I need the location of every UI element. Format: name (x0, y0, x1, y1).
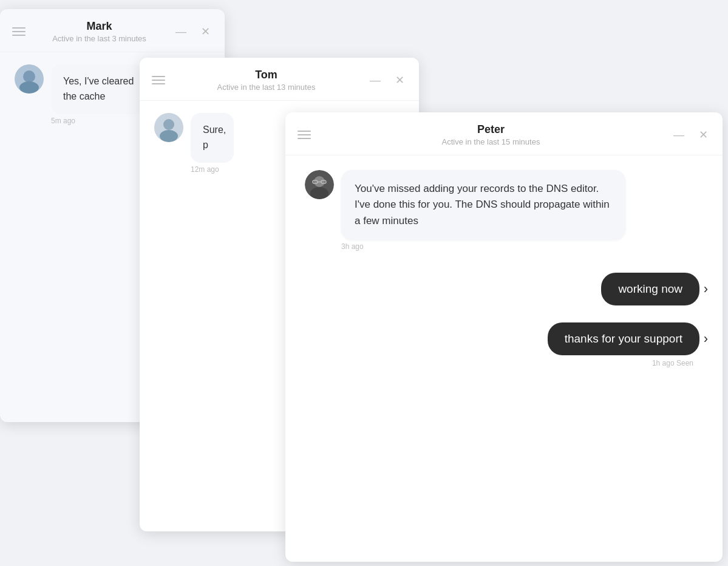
svg-point-8 (310, 187, 328, 199)
peter-close-button[interactable]: ✕ (696, 128, 710, 142)
peter-msg3-timestamp: 1h ago Seen (302, 359, 706, 367)
tom-avatar (154, 113, 183, 142)
tom-minimize-button[interactable]: — (367, 73, 383, 87)
tom-close-button[interactable]: ✕ (393, 73, 407, 87)
mark-menu-icon[interactable] (12, 27, 26, 36)
peter-menu-icon[interactable] (298, 131, 311, 139)
mark-avatar (15, 64, 44, 94)
svg-point-4 (163, 119, 174, 130)
peter-title: Peter (311, 123, 671, 136)
tom-msg1-timestamp: 12m ago (191, 165, 247, 174)
peter-msg2-text: working now (618, 282, 682, 295)
peter-avatar (305, 170, 334, 199)
peter-received-row: You've missed adding your records to the… (302, 170, 706, 251)
tom-header: Tom Active in the last 13 minutes — ✕ (140, 58, 419, 101)
tom-subtitle: Active in the last 13 minutes (165, 83, 367, 92)
peter-chat-body: You've missed adding your records to the… (285, 155, 723, 562)
peter-msg1-text: You've missed adding your records to the… (355, 183, 610, 227)
mark-title: Mark (26, 20, 173, 33)
peter-sent-bubble-2: thanks for your support (548, 322, 699, 355)
chat-window-peter[interactable]: Peter Active in the last 15 minutes — ✕ (285, 112, 723, 562)
peter-sent-group-2: thanks for your support 1h ago Seen (302, 322, 706, 367)
peter-minimize-button[interactable]: — (671, 128, 687, 142)
peter-received-group: You've missed adding your records to the… (341, 170, 706, 251)
peter-header: Peter Active in the last 15 minutes — ✕ (285, 112, 723, 155)
peter-subtitle: Active in the last 15 minutes (311, 137, 671, 146)
mark-msg1-text: Yes, I've cleared the cache (63, 76, 134, 101)
svg-point-1 (23, 70, 35, 83)
mark-header: Mark Active in the last 3 minutes — ✕ (0, 9, 225, 52)
peter-received-bubble: You've missed adding your records to the… (341, 170, 625, 240)
svg-point-5 (160, 130, 178, 142)
tom-menu-icon[interactable] (152, 76, 165, 84)
tom-msg1-text: Sure, p (203, 124, 226, 150)
peter-sent-row-2: thanks for your support (302, 322, 706, 355)
tom-title: Tom (165, 69, 367, 81)
mark-close-button[interactable]: ✕ (199, 25, 213, 38)
peter-sent-row-1: working now (302, 273, 706, 305)
svg-point-2 (19, 81, 39, 94)
peter-msg3-text: thanks for your support (565, 332, 682, 345)
mark-subtitle: Active in the last 3 minutes (26, 34, 173, 43)
tom-received-bubble: Sure, p (191, 113, 234, 163)
mark-minimize-button[interactable]: — (173, 25, 189, 38)
peter-sent-group-1: working now (302, 273, 706, 305)
peter-msg1-timestamp: 3h ago (341, 242, 706, 251)
tom-received-group: Sure, p 12m ago (191, 113, 247, 174)
peter-sent-bubble-1: working now (601, 273, 699, 305)
